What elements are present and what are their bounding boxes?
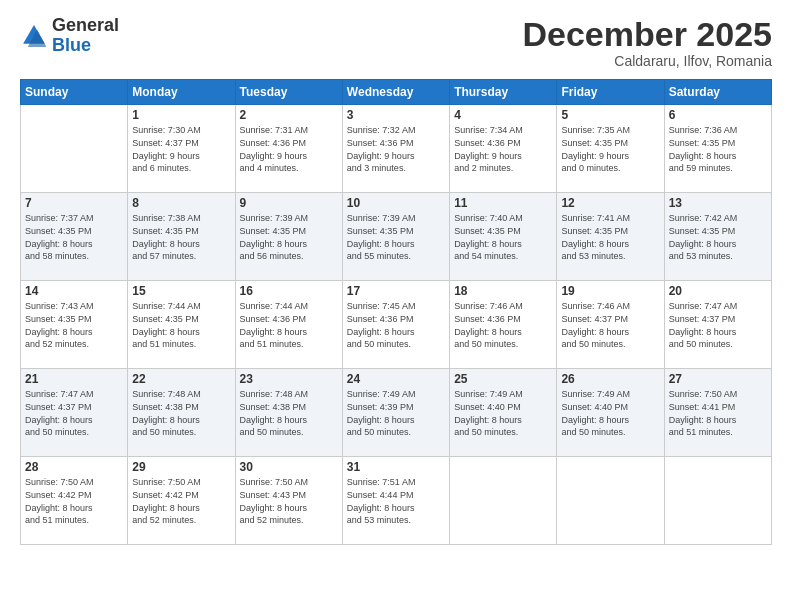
cell-text: Sunrise: 7:31 AMSunset: 4:36 PMDaylight:… [240,124,338,174]
calendar-cell: 13Sunrise: 7:42 AMSunset: 4:35 PMDayligh… [664,193,771,281]
day-number: 20 [669,284,767,298]
calendar-cell: 4Sunrise: 7:34 AMSunset: 4:36 PMDaylight… [450,105,557,193]
cell-text: Sunrise: 7:50 AMSunset: 4:42 PMDaylight:… [25,476,123,526]
week-row-1: 7Sunrise: 7:37 AMSunset: 4:35 PMDaylight… [21,193,772,281]
title-block: December 2025 Caldararu, Ilfov, Romania [522,16,772,69]
day-number: 25 [454,372,552,386]
cell-text: Sunrise: 7:51 AMSunset: 4:44 PMDaylight:… [347,476,445,526]
cell-text: Sunrise: 7:43 AMSunset: 4:35 PMDaylight:… [25,300,123,350]
cell-text: Sunrise: 7:46 AMSunset: 4:37 PMDaylight:… [561,300,659,350]
day-number: 15 [132,284,230,298]
day-number: 11 [454,196,552,210]
day-number: 6 [669,108,767,122]
calendar-cell: 23Sunrise: 7:48 AMSunset: 4:38 PMDayligh… [235,369,342,457]
day-header-friday: Friday [557,80,664,105]
cell-text: Sunrise: 7:47 AMSunset: 4:37 PMDaylight:… [669,300,767,350]
calendar-cell: 3Sunrise: 7:32 AMSunset: 4:36 PMDaylight… [342,105,449,193]
day-header-thursday: Thursday [450,80,557,105]
calendar-cell: 20Sunrise: 7:47 AMSunset: 4:37 PMDayligh… [664,281,771,369]
day-header-sunday: Sunday [21,80,128,105]
logo: General Blue [20,16,119,56]
cell-text: Sunrise: 7:48 AMSunset: 4:38 PMDaylight:… [240,388,338,438]
day-number: 4 [454,108,552,122]
calendar-cell: 29Sunrise: 7:50 AMSunset: 4:42 PMDayligh… [128,457,235,545]
day-number: 31 [347,460,445,474]
calendar-cell: 25Sunrise: 7:49 AMSunset: 4:40 PMDayligh… [450,369,557,457]
calendar-cell: 5Sunrise: 7:35 AMSunset: 4:35 PMDaylight… [557,105,664,193]
calendar-cell: 2Sunrise: 7:31 AMSunset: 4:36 PMDaylight… [235,105,342,193]
day-number: 9 [240,196,338,210]
week-row-0: 1Sunrise: 7:30 AMSunset: 4:37 PMDaylight… [21,105,772,193]
calendar-cell: 30Sunrise: 7:50 AMSunset: 4:43 PMDayligh… [235,457,342,545]
calendar-cell: 9Sunrise: 7:39 AMSunset: 4:35 PMDaylight… [235,193,342,281]
calendar-cell: 19Sunrise: 7:46 AMSunset: 4:37 PMDayligh… [557,281,664,369]
calendar-cell: 11Sunrise: 7:40 AMSunset: 4:35 PMDayligh… [450,193,557,281]
cell-text: Sunrise: 7:30 AMSunset: 4:37 PMDaylight:… [132,124,230,174]
calendar-cell: 28Sunrise: 7:50 AMSunset: 4:42 PMDayligh… [21,457,128,545]
day-number: 16 [240,284,338,298]
location: Caldararu, Ilfov, Romania [522,53,772,69]
cell-text: Sunrise: 7:39 AMSunset: 4:35 PMDaylight:… [347,212,445,262]
day-number: 29 [132,460,230,474]
cell-text: Sunrise: 7:44 AMSunset: 4:35 PMDaylight:… [132,300,230,350]
day-number: 10 [347,196,445,210]
cell-text: Sunrise: 7:47 AMSunset: 4:37 PMDaylight:… [25,388,123,438]
cell-text: Sunrise: 7:48 AMSunset: 4:38 PMDaylight:… [132,388,230,438]
calendar-cell: 6Sunrise: 7:36 AMSunset: 4:35 PMDaylight… [664,105,771,193]
logo-general: General [52,15,119,35]
calendar-cell: 21Sunrise: 7:47 AMSunset: 4:37 PMDayligh… [21,369,128,457]
page: General Blue December 2025 Caldararu, Il… [0,0,792,612]
week-row-2: 14Sunrise: 7:43 AMSunset: 4:35 PMDayligh… [21,281,772,369]
day-number: 18 [454,284,552,298]
logo-text: General Blue [52,16,119,56]
day-number: 5 [561,108,659,122]
day-number: 30 [240,460,338,474]
cell-text: Sunrise: 7:36 AMSunset: 4:35 PMDaylight:… [669,124,767,174]
day-header-wednesday: Wednesday [342,80,449,105]
calendar-cell: 14Sunrise: 7:43 AMSunset: 4:35 PMDayligh… [21,281,128,369]
header-row: SundayMondayTuesdayWednesdayThursdayFrid… [21,80,772,105]
day-number: 8 [132,196,230,210]
day-number: 7 [25,196,123,210]
day-number: 12 [561,196,659,210]
cell-text: Sunrise: 7:39 AMSunset: 4:35 PMDaylight:… [240,212,338,262]
cell-text: Sunrise: 7:49 AMSunset: 4:40 PMDaylight:… [454,388,552,438]
calendar-table: SundayMondayTuesdayWednesdayThursdayFrid… [20,79,772,545]
day-header-monday: Monday [128,80,235,105]
logo-icon [20,22,48,50]
day-number: 14 [25,284,123,298]
day-number: 21 [25,372,123,386]
header: General Blue December 2025 Caldararu, Il… [20,16,772,69]
cell-text: Sunrise: 7:50 AMSunset: 4:43 PMDaylight:… [240,476,338,526]
week-row-3: 21Sunrise: 7:47 AMSunset: 4:37 PMDayligh… [21,369,772,457]
cell-text: Sunrise: 7:50 AMSunset: 4:41 PMDaylight:… [669,388,767,438]
month-title: December 2025 [522,16,772,53]
cell-text: Sunrise: 7:34 AMSunset: 4:36 PMDaylight:… [454,124,552,174]
calendar-cell [21,105,128,193]
calendar-cell [450,457,557,545]
cell-text: Sunrise: 7:38 AMSunset: 4:35 PMDaylight:… [132,212,230,262]
cell-text: Sunrise: 7:40 AMSunset: 4:35 PMDaylight:… [454,212,552,262]
cell-text: Sunrise: 7:45 AMSunset: 4:36 PMDaylight:… [347,300,445,350]
cell-text: Sunrise: 7:32 AMSunset: 4:36 PMDaylight:… [347,124,445,174]
calendar-cell: 17Sunrise: 7:45 AMSunset: 4:36 PMDayligh… [342,281,449,369]
day-header-tuesday: Tuesday [235,80,342,105]
calendar-cell: 7Sunrise: 7:37 AMSunset: 4:35 PMDaylight… [21,193,128,281]
cell-text: Sunrise: 7:37 AMSunset: 4:35 PMDaylight:… [25,212,123,262]
calendar-cell: 8Sunrise: 7:38 AMSunset: 4:35 PMDaylight… [128,193,235,281]
week-row-4: 28Sunrise: 7:50 AMSunset: 4:42 PMDayligh… [21,457,772,545]
day-number: 13 [669,196,767,210]
day-number: 27 [669,372,767,386]
day-number: 3 [347,108,445,122]
calendar-cell: 31Sunrise: 7:51 AMSunset: 4:44 PMDayligh… [342,457,449,545]
calendar-cell: 1Sunrise: 7:30 AMSunset: 4:37 PMDaylight… [128,105,235,193]
calendar-cell: 16Sunrise: 7:44 AMSunset: 4:36 PMDayligh… [235,281,342,369]
calendar-cell: 18Sunrise: 7:46 AMSunset: 4:36 PMDayligh… [450,281,557,369]
cell-text: Sunrise: 7:44 AMSunset: 4:36 PMDaylight:… [240,300,338,350]
cell-text: Sunrise: 7:46 AMSunset: 4:36 PMDaylight:… [454,300,552,350]
calendar-cell: 10Sunrise: 7:39 AMSunset: 4:35 PMDayligh… [342,193,449,281]
cell-text: Sunrise: 7:49 AMSunset: 4:40 PMDaylight:… [561,388,659,438]
day-number: 19 [561,284,659,298]
calendar-cell: 27Sunrise: 7:50 AMSunset: 4:41 PMDayligh… [664,369,771,457]
day-number: 22 [132,372,230,386]
